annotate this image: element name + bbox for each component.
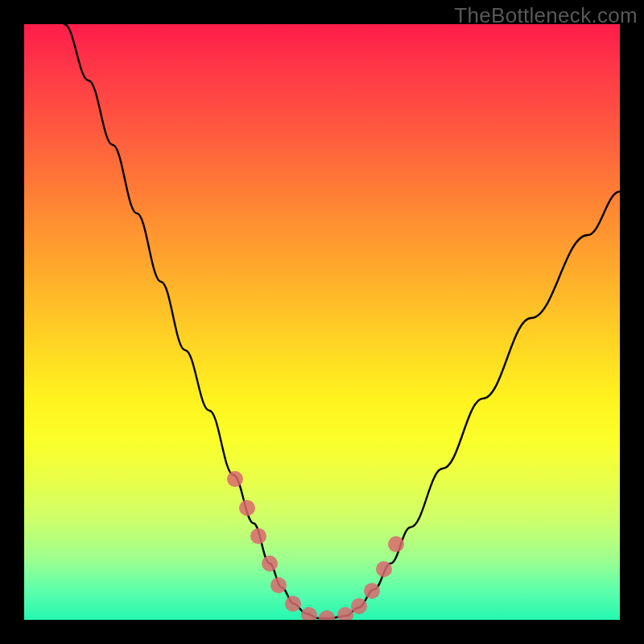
highlight-point [227,471,243,487]
curve-svg [24,24,620,620]
highlight-point [364,583,380,599]
highlight-point [388,536,404,552]
highlight-point [376,561,392,577]
highlight-point [285,596,301,612]
highlight-point [337,607,353,620]
highlight-point [270,577,287,593]
highlight-point [319,610,335,620]
bottleneck-curve [64,24,620,618]
chart-frame: TheBottleneck.com [0,0,644,644]
highlight-markers [227,471,404,620]
highlight-point [239,500,255,516]
watermark-text: TheBottleneck.com [454,3,638,28]
highlight-point [262,555,278,572]
highlight-point [351,598,367,614]
plot-area [24,24,620,620]
highlight-point [250,528,266,544]
highlight-point [301,607,317,620]
